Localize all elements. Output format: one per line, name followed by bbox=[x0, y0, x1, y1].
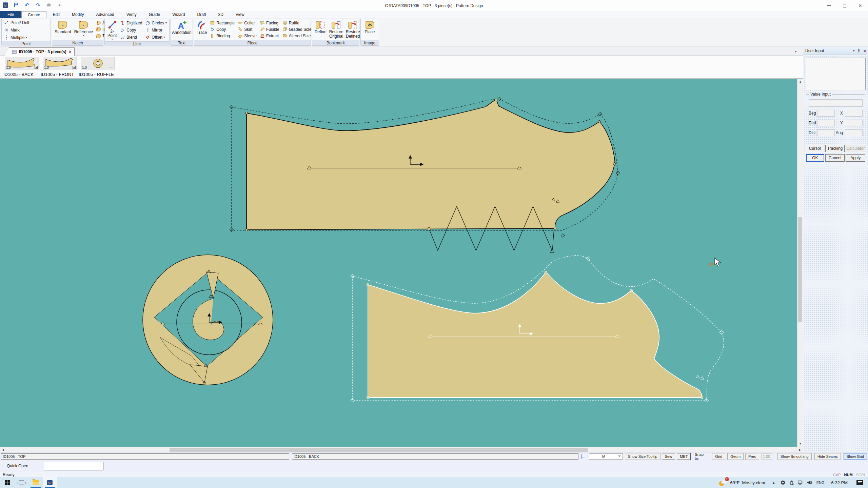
mirror-button[interactable]: Mirror bbox=[144, 27, 168, 33]
document-tab[interactable]: ID1005 - TOP - 3 piece(s) × bbox=[5, 47, 75, 56]
piece-copy-button[interactable]: Copy bbox=[209, 26, 236, 33]
user-input-listbox[interactable] bbox=[806, 58, 866, 90]
tray-expand-button[interactable]: ▲ bbox=[769, 481, 778, 485]
point-drill-button[interactable]: Point/ Drill bbox=[3, 19, 49, 26]
tab-file[interactable]: File bbox=[0, 11, 21, 18]
annotation-button[interactable]: Annotation bbox=[171, 20, 192, 39]
tab-create[interactable]: Create bbox=[21, 11, 46, 18]
ang-field[interactable] bbox=[845, 129, 863, 136]
rectangle-button[interactable]: Rectangle bbox=[209, 20, 236, 26]
piece-name-field[interactable]: ID1005 - TOP bbox=[1, 453, 289, 460]
show-size-tooltip-button[interactable]: Show Size Tooltip bbox=[625, 453, 660, 460]
panel-menu-icon[interactable]: ▾ bbox=[853, 49, 855, 53]
tab-3d[interactable]: 3D bbox=[212, 11, 230, 18]
usb-tray-icon[interactable] bbox=[787, 477, 796, 488]
thumbnail-ruffle[interactable]: 1,0 --- bbox=[81, 57, 115, 70]
tab-verify[interactable]: Verify bbox=[120, 11, 143, 18]
value-input-field[interactable] bbox=[809, 99, 863, 107]
binding-button[interactable]: Binding bbox=[209, 33, 236, 39]
show-grid-button[interactable]: Show Grid bbox=[844, 453, 867, 460]
tab-view[interactable]: View bbox=[230, 11, 251, 18]
scroll-down-icon[interactable]: ▼ bbox=[797, 441, 803, 447]
altered-size-button[interactable]: Altered Size bbox=[281, 33, 313, 39]
tab-grade[interactable]: Grade bbox=[143, 11, 166, 18]
snap-geom-button[interactable]: Geom bbox=[727, 453, 744, 460]
speaker-tray-icon[interactable] bbox=[805, 477, 814, 488]
restore-defined-button[interactable]: Restore Defined bbox=[345, 20, 361, 39]
extract-button[interactable]: Extract bbox=[259, 33, 280, 39]
y-field[interactable] bbox=[845, 120, 863, 126]
show-smoothing-button[interactable]: Show Smoothing bbox=[777, 453, 812, 460]
network-tray-icon[interactable] bbox=[796, 477, 805, 488]
define-button[interactable]: Define bbox=[314, 20, 328, 39]
pin-icon[interactable] bbox=[857, 49, 861, 53]
precision-value-field[interactable]: 1.00 bbox=[761, 453, 772, 460]
horizontal-scrollbar[interactable]: ◀ ▶ bbox=[0, 447, 803, 452]
sew-button[interactable]: Sew bbox=[662, 453, 675, 460]
ruffle-button[interactable]: Ruffle bbox=[281, 20, 313, 26]
end-field[interactable] bbox=[817, 120, 835, 126]
document-tab-close-icon[interactable]: × bbox=[69, 49, 72, 54]
notch-reference-button[interactable]: Reference▾ bbox=[73, 20, 94, 39]
piece-back[interactable] bbox=[230, 97, 619, 252]
tab-draft[interactable]: Draft bbox=[191, 11, 212, 18]
circles-button[interactable]: Circles▾ bbox=[144, 20, 168, 26]
blend-button[interactable]: Blend bbox=[119, 34, 143, 40]
tab-edit[interactable]: Edit bbox=[46, 11, 66, 18]
pattern-canvas[interactable] bbox=[0, 79, 797, 447]
taskbar-clock[interactable]: 6:32 PM bbox=[827, 480, 852, 485]
close-button[interactable]: × bbox=[852, 0, 868, 11]
start-button[interactable] bbox=[0, 477, 14, 488]
tab-list-dropdown-button[interactable]: ▾ bbox=[792, 48, 800, 54]
file-explorer-button[interactable] bbox=[28, 477, 43, 488]
line-name-field[interactable]: ID1005 - BACK bbox=[292, 453, 578, 460]
task-view-button[interactable] bbox=[14, 477, 28, 488]
thumbnail-back[interactable]: 1,0 bbox=[5, 57, 39, 70]
vertical-scrollbar-thumb[interactable] bbox=[798, 217, 802, 322]
thumbnail-front[interactable]: 1,0 bbox=[43, 57, 77, 70]
facing-button[interactable]: Facing bbox=[259, 20, 280, 26]
met-button[interactable]: MET bbox=[677, 453, 691, 460]
maximize-button[interactable] bbox=[837, 0, 852, 11]
work-area-canvas[interactable]: ▲ ▼ ◀ ▶ bbox=[0, 79, 803, 452]
notch-standard-button[interactable]: Standard bbox=[54, 20, 72, 39]
skirt-button[interactable]: Skirt bbox=[237, 26, 258, 33]
action-center-icon[interactable] bbox=[856, 480, 863, 485]
cancel-button[interactable]: Cancel bbox=[825, 154, 845, 162]
snap-grid-button[interactable]: Grid bbox=[712, 453, 725, 460]
apply-button[interactable]: Apply bbox=[846, 154, 865, 162]
tracking-button[interactable]: Tracking bbox=[825, 145, 845, 152]
fusible-button[interactable]: Fusible bbox=[259, 26, 280, 33]
panel-close-icon[interactable]: × bbox=[863, 48, 866, 54]
browse-button[interactable]: … bbox=[581, 454, 586, 459]
piece-front[interactable] bbox=[351, 256, 724, 402]
collar-button[interactable]: Collar bbox=[237, 20, 258, 26]
mark-button[interactable]: Mark bbox=[3, 27, 49, 33]
tab-advanced[interactable]: Advanced bbox=[90, 11, 120, 18]
vertical-scrollbar[interactable]: ▲ ▼ bbox=[797, 79, 803, 447]
size-select[interactable]: M bbox=[589, 453, 623, 460]
cursor-button[interactable]: Cursor bbox=[806, 145, 824, 152]
security-tray-icon[interactable] bbox=[778, 477, 787, 488]
tab-wizard[interactable]: Wizard bbox=[166, 11, 191, 18]
place-button[interactable]: Place bbox=[363, 20, 376, 39]
beg-field[interactable] bbox=[817, 110, 835, 117]
quick-open-input[interactable] bbox=[44, 462, 103, 470]
dist-field[interactable] bbox=[817, 129, 835, 136]
snap-prec-button[interactable]: Prec bbox=[745, 453, 759, 460]
x-field[interactable] bbox=[845, 110, 863, 117]
weather-widget[interactable]: 1 69°F Mostly clear bbox=[715, 477, 769, 488]
trace-button[interactable]: Trace bbox=[196, 20, 208, 39]
minimize-button[interactable] bbox=[821, 0, 837, 11]
hide-seams-button[interactable]: Hide Seams bbox=[814, 453, 841, 460]
multiple-button[interactable]: Multiple▾ bbox=[3, 34, 49, 41]
ok-button[interactable]: OK bbox=[806, 154, 824, 162]
piece-ruffle[interactable] bbox=[143, 255, 273, 385]
line-copy-button[interactable]: Copy bbox=[119, 27, 143, 33]
sleeve-button[interactable]: Sleeve bbox=[237, 33, 258, 39]
graded-size-button[interactable]: Graded Size bbox=[281, 26, 313, 33]
restore-original-button[interactable]: Restore Original bbox=[329, 20, 344, 39]
front-outline[interactable] bbox=[368, 272, 702, 398]
two-point-button[interactable]: 2-Point▾ bbox=[106, 20, 118, 41]
horizontal-scrollbar-thumb[interactable] bbox=[170, 448, 588, 452]
